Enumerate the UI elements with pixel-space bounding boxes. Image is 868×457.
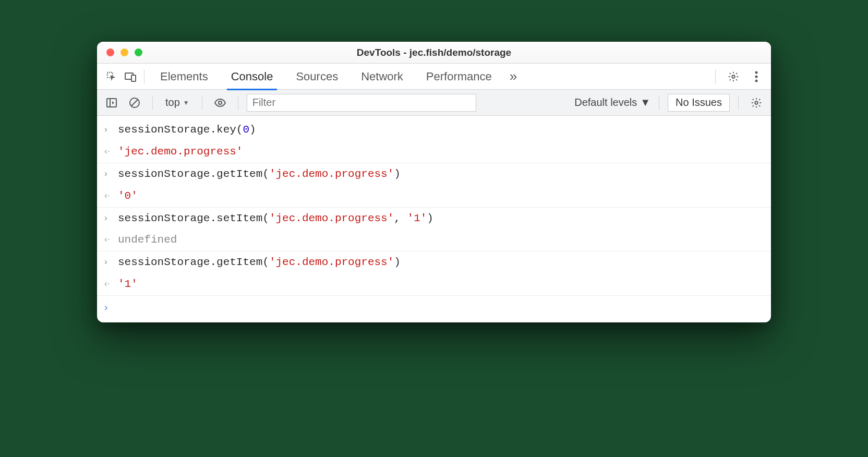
code: sessionStorage.getItem('jec.demo.progres… <box>118 252 401 273</box>
svg-rect-2 <box>131 75 136 81</box>
tab-console[interactable]: Console <box>220 64 285 90</box>
context-selector[interactable]: top ▼ <box>161 97 194 109</box>
console-line: ›sessionStorage.getItem('jec.demo.progre… <box>97 163 771 185</box>
tab-performance[interactable]: Performance <box>415 64 503 90</box>
more-tabs-icon[interactable]: » <box>503 68 523 85</box>
divider <box>738 95 739 110</box>
output-marker-icon: ‹· <box>104 230 118 248</box>
divider <box>202 95 202 110</box>
input-marker-icon: › <box>104 208 118 226</box>
levels-label: Default levels <box>574 97 637 109</box>
traffic-lights <box>106 49 142 56</box>
divider <box>144 69 144 84</box>
svg-point-4 <box>755 71 758 74</box>
log-levels-selector[interactable]: Default levels ▼ <box>574 97 650 109</box>
tabs-bar: Elements Console Sources Network Perform… <box>97 64 771 90</box>
console-prompt[interactable]: › <box>97 296 771 317</box>
chevron-down-icon: ▼ <box>640 97 650 109</box>
device-toolbar-icon[interactable] <box>121 67 140 86</box>
console-line: ›sessionStorage.setItem('jec.demo.progre… <box>97 208 771 230</box>
code: sessionStorage.getItem('jec.demo.progres… <box>118 164 401 185</box>
console-output[interactable]: ›sessionStorage.key(0)‹·'jec.demo.progre… <box>97 116 771 322</box>
code: undefined <box>118 230 177 250</box>
console-line: ›sessionStorage.key(0) <box>97 119 771 141</box>
window-title: DevTools - jec.fish/demo/storage <box>97 47 771 58</box>
close-icon[interactable] <box>106 49 114 56</box>
svg-rect-7 <box>107 99 116 107</box>
code: sessionStorage.key(0) <box>118 119 256 140</box>
svg-point-6 <box>755 79 758 82</box>
svg-point-11 <box>219 101 222 104</box>
console-line: ‹·'1' <box>97 273 771 296</box>
svg-point-12 <box>755 101 758 104</box>
live-expression-icon[interactable] <box>211 93 230 112</box>
console-line: ‹·undefined <box>97 229 771 251</box>
zoom-icon[interactable] <box>135 49 142 56</box>
output-marker-icon: ‹· <box>104 274 118 292</box>
devtools-window: DevTools - jec.fish/demo/storage Element… <box>97 42 771 322</box>
svg-line-10 <box>131 100 138 106</box>
divider <box>152 95 153 110</box>
console-line: ‹·'jec.demo.progress' <box>97 141 771 163</box>
code: sessionStorage.setItem('jec.demo.progres… <box>118 208 433 229</box>
inspect-icon[interactable] <box>102 67 121 86</box>
prompt-marker-icon: › <box>104 296 118 317</box>
code: 'jec.demo.progress' <box>118 141 243 162</box>
input-marker-icon: › <box>104 119 118 138</box>
code: '1' <box>118 274 138 295</box>
clear-console-icon[interactable] <box>125 93 144 112</box>
sidebar-toggle-icon[interactable] <box>102 93 121 112</box>
kebab-menu-icon[interactable] <box>747 67 766 86</box>
titlebar: DevTools - jec.fish/demo/storage <box>97 42 771 64</box>
input-marker-icon: › <box>104 252 118 270</box>
code: '0' <box>118 186 138 207</box>
filter-input[interactable] <box>247 94 476 112</box>
console-line: ‹·'0' <box>97 185 771 208</box>
console-line: ›sessionStorage.getItem('jec.demo.progre… <box>97 251 771 273</box>
context-label: top <box>165 97 180 109</box>
svg-point-5 <box>755 75 758 78</box>
divider <box>238 95 238 110</box>
tab-network[interactable]: Network <box>349 64 415 90</box>
issues-button[interactable]: No Issues <box>668 94 730 112</box>
chevron-down-icon: ▼ <box>183 99 189 106</box>
svg-point-3 <box>732 75 735 78</box>
tab-sources[interactable]: Sources <box>284 64 349 90</box>
divider <box>659 95 659 110</box>
console-toolbar: top ▼ Default levels ▼ No Issues <box>97 90 771 116</box>
tab-elements[interactable]: Elements <box>149 64 220 90</box>
console-settings-icon[interactable] <box>747 93 766 112</box>
settings-icon[interactable] <box>724 67 743 86</box>
input-marker-icon: › <box>104 164 118 182</box>
output-marker-icon: ‹· <box>104 141 118 160</box>
minimize-icon[interactable] <box>120 49 128 56</box>
divider <box>715 69 716 84</box>
output-marker-icon: ‹· <box>104 186 118 204</box>
